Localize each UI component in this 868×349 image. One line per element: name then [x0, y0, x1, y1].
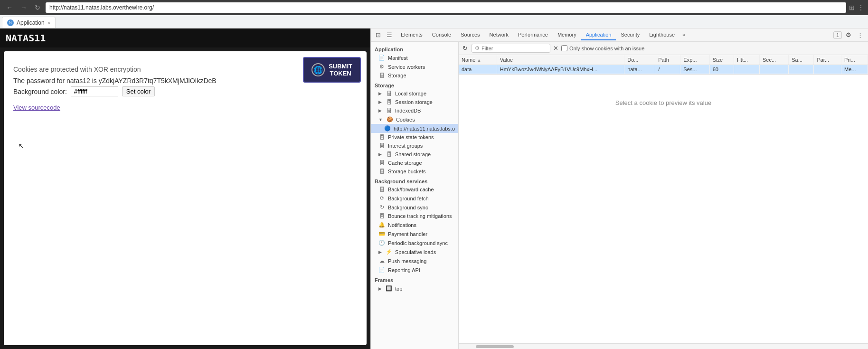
sidebar-item-notifications[interactable]: 🔔 Notifications — [371, 220, 458, 229]
storage-top-label: Storage — [388, 73, 406, 78]
col-name[interactable]: Name ▲ — [459, 55, 497, 65]
tab-close-icon[interactable]: × — [47, 20, 50, 26]
tab-application[interactable]: Application — [581, 30, 616, 40]
cursor-indicator: ↖ — [18, 141, 24, 151]
cookies-label: Cookies — [396, 117, 415, 123]
tab-count-badge: 1 — [833, 31, 842, 39]
background-sync-icon: ↻ — [378, 204, 385, 210]
address-bar[interactable] — [46, 2, 846, 13]
bg-color-input[interactable] — [71, 86, 118, 96]
cookie-filter-input[interactable] — [481, 46, 547, 51]
browser-tab[interactable]: N Application × — [2, 17, 56, 28]
sidebar-item-background-sync[interactable]: ↻ Background sync — [371, 203, 458, 212]
devtools-tabs: Elements Console Sources Network Perform… — [396, 30, 688, 40]
cookie-filter-box: ⚙ — [472, 44, 550, 53]
only-issues-checkbox-label[interactable]: Only show cookies with an issue — [561, 45, 644, 51]
more-tabs-button[interactable]: » — [679, 30, 688, 40]
tab-console[interactable]: Console — [427, 30, 456, 40]
local-storage-label: Local storage — [395, 91, 426, 96]
filter-icon: ⚙ — [475, 45, 480, 51]
scroll-thumb[interactable] — [476, 345, 514, 348]
cookie-preview-text: Select a cookie to preview its value — [615, 99, 711, 106]
sidebar-item-storage-top[interactable]: 🗄 Storage — [371, 71, 458, 80]
set-color-button[interactable]: Set color — [122, 86, 155, 96]
cookie-path-cell: / — [655, 65, 680, 74]
sidebar-item-backforward-cache[interactable]: 🗄 Back/forward cache — [371, 185, 458, 194]
tab-network[interactable]: Network — [485, 30, 513, 40]
bounce-tracking-label: Bounce tracking mitigations — [388, 213, 452, 219]
tab-lighthouse[interactable]: Lighthouse — [644, 30, 679, 40]
cookie-expires-cell: Ses... — [680, 65, 709, 74]
tab-security[interactable]: Security — [616, 30, 644, 40]
sidebar-item-bounce-tracking[interactable]: 🗄 Bounce tracking mitigations — [371, 212, 458, 220]
expand-indexeddb: ▶ — [378, 108, 382, 113]
col-httponly[interactable]: Htt... — [734, 55, 759, 65]
col-path[interactable]: Path — [655, 55, 680, 65]
tab-elements[interactable]: Elements — [396, 30, 427, 40]
bottom-scrollbar[interactable] — [459, 343, 868, 349]
customize-icon[interactable]: ⊞ — [849, 4, 855, 11]
only-issues-checkbox[interactable] — [561, 45, 567, 51]
forward-button[interactable]: → — [18, 3, 29, 12]
reload-button[interactable]: ↻ — [32, 3, 43, 12]
cookie-panel: ↻ ⚙ ✕ Only show cookies with an issue — [459, 42, 868, 349]
expand-speculative-loads: ▶ — [378, 250, 382, 255]
tab-memory[interactable]: Memory — [553, 30, 581, 40]
cookie-httponly-cell — [734, 65, 759, 74]
col-size[interactable]: Size — [709, 55, 734, 65]
sidebar-item-indexeddb[interactable]: ▶ 🗄 IndexedDB — [371, 106, 458, 115]
sidebar-item-private-state-tokens[interactable]: 🗄 Private state tokens — [371, 133, 458, 141]
sidebar-item-shared-storage[interactable]: ▶ 🗄 Shared storage — [371, 150, 458, 159]
expand-session-storage: ▶ — [378, 100, 382, 104]
col-priority[interactable]: Pri... — [841, 55, 868, 65]
reporting-api-label: Reporting API — [388, 267, 420, 273]
only-issues-text: Only show cookies with an issue — [569, 46, 644, 51]
sidebar-item-background-fetch[interactable]: ⟳ Background fetch — [371, 194, 458, 203]
tab-performance[interactable]: Performance — [513, 30, 553, 40]
table-row[interactable]: data HmYkBwozJw4WNyAAFyB1VUc9MhxH... nat… — [459, 65, 868, 74]
sidebar-item-interest-groups[interactable]: 🗄 Interest groups — [371, 141, 458, 150]
devtools-more-icon[interactable]: ⋮ — [855, 30, 865, 39]
sidebar-item-periodic-bg-sync[interactable]: 🕐 Periodic background sync — [371, 238, 458, 247]
sidebar-item-manifest[interactable]: 📄 Manifest — [371, 53, 458, 62]
section-header-frames: Frames — [371, 274, 458, 284]
col-partitioned[interactable]: Par... — [814, 55, 841, 65]
sidebar-item-session-storage[interactable]: ▶ 🗄 Session storage — [371, 98, 458, 106]
sort-arrow-name: ▲ — [477, 58, 481, 63]
sidebar-item-top-frame[interactable]: ▶ 🔲 top — [371, 284, 458, 293]
periodic-bg-sync-label: Periodic background sync — [388, 240, 448, 246]
sidebar-item-local-storage[interactable]: ▶ 🗄 Local storage — [371, 89, 458, 98]
page-content: 🌐 Submit Token ↖ Cookies are protected w… — [4, 51, 367, 345]
sidebar-item-push-messaging[interactable]: ☁ Push messaging — [371, 256, 458, 265]
devtools-inspect-icon[interactable]: ⊡ — [374, 30, 383, 39]
col-secure[interactable]: Sec... — [759, 55, 788, 65]
view-source-link[interactable]: View sourcecode — [13, 104, 357, 111]
col-expires[interactable]: Exp... — [680, 55, 709, 65]
settings-icon[interactable]: ⋮ — [858, 4, 864, 11]
push-messaging-label: Push messaging — [388, 258, 426, 264]
private-state-icon: 🗄 — [378, 134, 385, 140]
col-value[interactable]: Value — [497, 55, 624, 65]
sidebar-item-payment-handler[interactable]: 💳 Payment handler — [371, 229, 458, 238]
sidebar-item-cookies-site[interactable]: 🔵 http://natas11.natas.labs.o — [371, 124, 458, 133]
back-button[interactable]: ← — [4, 3, 15, 12]
col-domain[interactable]: Do... — [624, 55, 655, 65]
sidebar-item-reporting-api[interactable]: 📄 Reporting API — [371, 265, 458, 274]
submit-token-button[interactable]: 🌐 Submit Token — [303, 57, 361, 83]
local-storage-icon: 🗄 — [386, 91, 392, 96]
background-sync-label: Background sync — [388, 205, 428, 210]
cookie-table-header-row: Name ▲ Value Do... Path Exp... Size Htt.… — [459, 55, 868, 65]
service-workers-icon: ⚙ — [378, 64, 385, 70]
cookie-clear-button[interactable]: ✕ — [553, 45, 558, 52]
sidebar-item-storage-buckets[interactable]: 🗄 Storage buckets — [371, 167, 458, 176]
cookie-refresh-button[interactable]: ↻ — [462, 44, 469, 53]
col-samesite[interactable]: Sa... — [789, 55, 814, 65]
sidebar-item-cookies[interactable]: ▼ 🍪 Cookies — [371, 115, 458, 124]
sidebar-item-speculative-loads[interactable]: ▶ ⚡ Speculative loads — [371, 247, 458, 256]
sidebar-item-cache-storage[interactable]: 🗄 Cache storage — [371, 159, 458, 167]
top-frame-icon: 🔲 — [386, 285, 392, 292]
sidebar-item-service-workers[interactable]: ⚙ Service workers — [371, 62, 458, 71]
devtools-device-icon[interactable]: ☰ — [385, 30, 394, 39]
tab-sources[interactable]: Sources — [456, 30, 484, 40]
devtools-settings-icon[interactable]: ⚙ — [844, 30, 853, 39]
